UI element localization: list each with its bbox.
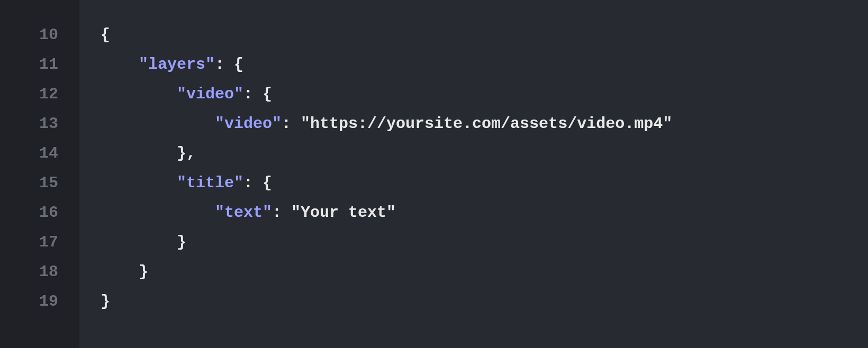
code-area[interactable]: {"layers": {"video": {"video": "https://…	[79, 0, 868, 348]
code-line: }	[101, 257, 868, 287]
code-token-punct: : {	[215, 56, 243, 74]
code-token-punct: {	[101, 26, 110, 44]
line-number: 18	[0, 257, 79, 287]
code-token-key: "text"	[215, 204, 272, 222]
line-number: 14	[0, 139, 79, 168]
code-token-punct: },	[177, 144, 196, 162]
line-number: 15	[0, 168, 79, 198]
code-line: "layers": {	[101, 50, 868, 79]
code-line: "title": {	[101, 168, 868, 198]
code-editor: 10111213141516171819 {"layers": {"video"…	[0, 0, 868, 348]
code-token-str: "https://yoursite.com/assets/video.mp4"	[301, 115, 672, 133]
code-line: }	[101, 227, 868, 257]
code-token-punct: : {	[243, 85, 272, 103]
line-number: 19	[0, 287, 79, 316]
code-token-punct: }	[101, 292, 110, 310]
line-number: 11	[0, 50, 79, 79]
code-line: }	[101, 287, 868, 316]
code-token-punct: }	[139, 263, 148, 281]
code-token-punct: :	[272, 204, 291, 222]
line-number: 13	[0, 109, 79, 139]
code-token-key: "video"	[215, 115, 282, 133]
code-line: },	[101, 139, 868, 168]
code-line: "video": "https://yoursite.com/assets/vi…	[101, 109, 868, 139]
line-number: 16	[0, 198, 79, 227]
code-token-str: "Your text"	[291, 204, 396, 222]
code-line: "video": {	[101, 79, 868, 109]
line-number: 17	[0, 227, 79, 257]
code-token-punct: }	[177, 233, 186, 251]
line-number-gutter: 10111213141516171819	[0, 0, 79, 348]
code-token-punct: :	[282, 115, 301, 133]
code-line: {	[101, 20, 868, 50]
code-token-punct: : {	[243, 174, 272, 192]
code-line: "text": "Your text"	[101, 198, 868, 227]
code-token-key: "layers"	[139, 56, 215, 74]
code-token-key: "video"	[177, 85, 243, 103]
line-number: 10	[0, 20, 79, 50]
line-number: 12	[0, 79, 79, 109]
code-token-key: "title"	[177, 174, 243, 192]
